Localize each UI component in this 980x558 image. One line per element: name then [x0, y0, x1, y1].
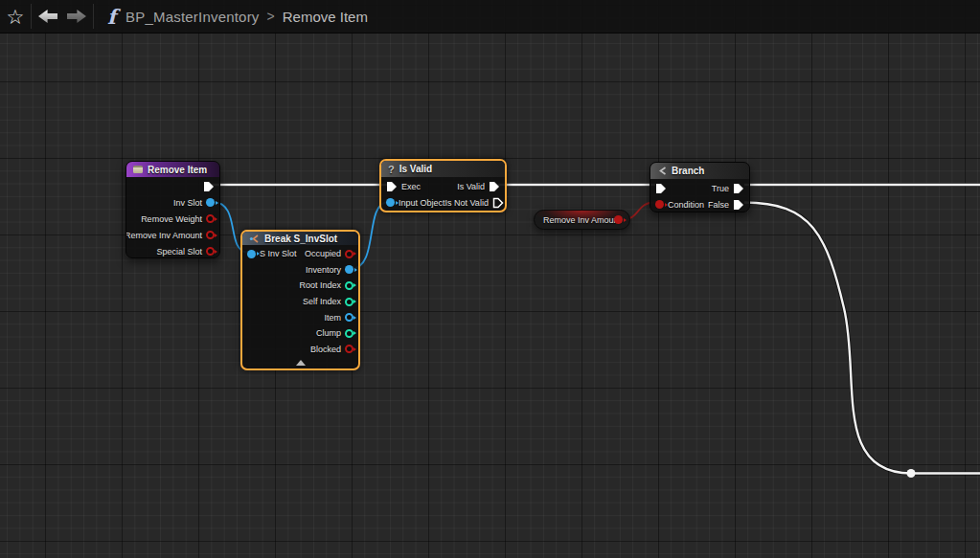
pin-exec-out[interactable]: [203, 181, 215, 192]
arrow-left-icon: [38, 10, 57, 23]
bool-pin-icon: [655, 200, 664, 209]
pin-label: Item: [324, 313, 341, 323]
pin-label: Inv Slot: [173, 198, 202, 208]
exec-pin-icon: [733, 183, 744, 194]
pin-label: Input Object: [399, 198, 445, 208]
pin-input-object[interactable]: Input Object: [386, 198, 445, 208]
arrow-right-icon: [67, 10, 86, 23]
pin-label: Remove Inv Amount: [125, 231, 202, 240]
pin-label: Clump: [316, 328, 341, 338]
toolbar-divider: [93, 4, 94, 29]
node-title: Is Valid: [399, 164, 432, 174]
bool-pin-icon: [206, 247, 215, 256]
pin-false-out[interactable]: False: [708, 199, 744, 211]
wire-layer: [0, 0, 980, 558]
back-button[interactable]: [34, 2, 62, 31]
pin-label: Condition: [668, 200, 704, 210]
question-mark-icon: ?: [388, 164, 395, 175]
pin-is-valid-out[interactable]: Is Valid: [457, 181, 500, 192]
pin-label: Self Index: [303, 297, 341, 306]
pin-true-out[interactable]: True: [712, 183, 744, 194]
function-icon: f: [107, 5, 116, 29]
function-entry-icon: [133, 166, 143, 173]
pin-label: Inventory: [306, 265, 341, 275]
node-break-s-invslot[interactable]: Break S_InvSlot S Inv Slot Occupied Inve…: [240, 230, 360, 370]
pin-root-index[interactable]: Root Index: [299, 280, 353, 290]
node-is-valid-header[interactable]: ? Is Valid: [381, 161, 505, 177]
forward-button[interactable]: [62, 2, 91, 31]
node-is-valid[interactable]: ? Is Valid Exec Is Valid Inpu: [379, 159, 507, 212]
int-pin-icon: [345, 329, 353, 338]
bool-pin-icon: [614, 215, 623, 224]
pin-condition[interactable]: Condition: [655, 200, 704, 210]
pin-clump[interactable]: Clump: [316, 328, 353, 338]
pin-label: Blocked: [310, 345, 341, 354]
node-getter-remove-inv-amount[interactable]: Remove Inv Amount: [534, 210, 630, 230]
reroute-node[interactable]: [907, 469, 916, 478]
toolbar-divider: [31, 4, 32, 29]
branch-icon: [657, 166, 667, 176]
pin-s-inv-slot[interactable]: S Inv Slot: [247, 249, 297, 258]
int-pin-icon: [345, 298, 353, 306]
int-pin-icon: [345, 281, 353, 290]
pin-inv-slot[interactable]: Inv Slot: [173, 198, 215, 208]
collapse-arrow-icon[interactable]: [296, 360, 306, 366]
pin-exec-in[interactable]: Exec: [386, 181, 421, 192]
pin-remove-weight[interactable]: Remove Weight: [141, 214, 215, 224]
pin-inventory[interactable]: Inventory: [306, 265, 353, 275]
node-break-header[interactable]: Break S_InvSlot: [242, 232, 358, 245]
pin-label: Exec: [401, 182, 421, 191]
exec-pin-icon: [203, 181, 215, 192]
pin-label: False: [708, 200, 729, 210]
pin-is-not-valid-out[interactable]: Is Not Valid: [445, 197, 504, 209]
breadcrumb-separator-icon: >: [267, 9, 275, 24]
object-pin-icon: [247, 250, 256, 258]
exec-pin-hollow-icon: [492, 197, 504, 209]
pin-label: Occupied: [305, 249, 341, 258]
break-struct-icon: [249, 234, 260, 244]
exec-pin-icon: [733, 199, 744, 211]
bool-pin-icon: [206, 231, 215, 239]
getter-label: Remove Inv Amount: [543, 215, 621, 225]
bool-pin-icon: [345, 345, 353, 353]
pin-blocked[interactable]: Blocked: [310, 345, 353, 354]
bool-pin-icon: [206, 214, 215, 223]
blueprint-editor: ☆ f BP_MasterInventory > Remove Item Rem…: [0, 0, 980, 558]
pin-special-slot[interactable]: Special Slot: [156, 247, 215, 257]
breadcrumb-root[interactable]: BP_MasterInventory: [125, 9, 260, 25]
graph-toolbar: ☆ f BP_MasterInventory > Remove Item: [0, 0, 980, 33]
pin-label: Is Not Valid: [445, 198, 489, 208]
pin-remove-inv-amount[interactable]: Remove Inv Amount: [125, 231, 215, 240]
exec-pin-icon: [386, 181, 398, 192]
object-pin-icon: [206, 198, 215, 207]
pin-label: True: [712, 184, 729, 193]
pin-label: Root Index: [299, 280, 341, 290]
pin-occupied[interactable]: Occupied: [305, 249, 353, 258]
pin-item[interactable]: Item: [324, 313, 353, 323]
node-title: Remove Item: [148, 165, 207, 175]
pin-label: Is Valid: [457, 182, 485, 191]
exec-pin-icon: [489, 181, 500, 192]
wire-exec-branch-false[interactable]: [744, 203, 980, 474]
pin-label: Special Slot: [156, 247, 202, 257]
exec-pin-icon: [655, 183, 667, 194]
favorite-button[interactable]: ☆: [0, 2, 29, 31]
breadcrumb-current[interactable]: Remove Item: [283, 9, 368, 25]
pin-label: S Inv Slot: [260, 249, 297, 258]
pin-label: Remove Weight: [141, 214, 202, 224]
node-title: Break S_InvSlot: [264, 234, 337, 244]
node-branch[interactable]: Branch True Condition: [650, 162, 750, 212]
node-branch-header[interactable]: Branch: [650, 163, 749, 179]
star-icon: ☆: [7, 7, 25, 27]
object-pin-icon: [345, 265, 353, 274]
bool-pin-icon: [345, 250, 353, 258]
object-pin-icon: [386, 198, 395, 207]
node-remove-item-header[interactable]: Remove Item: [126, 162, 219, 177]
object-pin-icon: [345, 313, 353, 322]
pin-self-index[interactable]: Self Index: [303, 297, 353, 306]
node-title: Branch: [672, 166, 704, 176]
pin-exec-in[interactable]: [655, 183, 667, 194]
node-remove-item[interactable]: Remove Item Inv Slot Remove Weight: [125, 161, 220, 258]
